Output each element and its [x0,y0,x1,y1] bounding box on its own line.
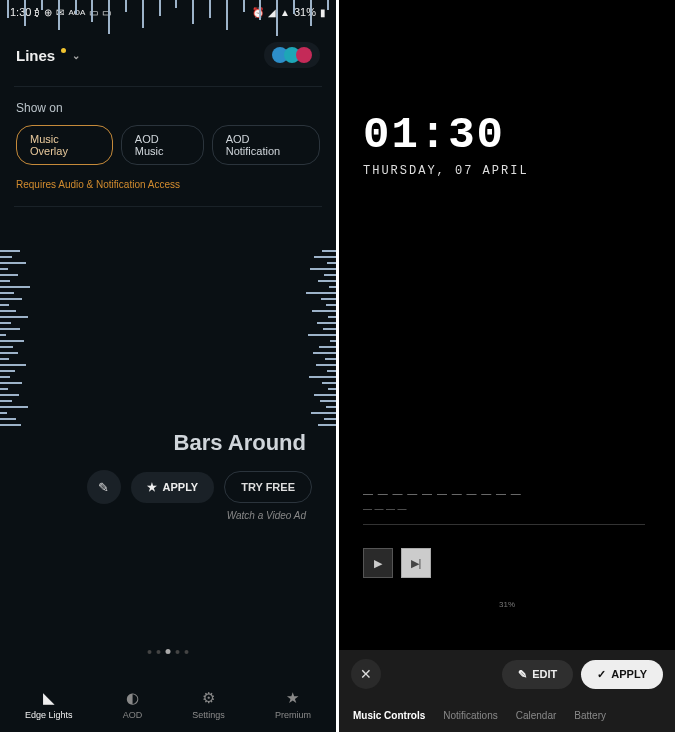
play-button[interactable]: ▶ [363,548,393,578]
chip-aod-notification[interactable]: AOD Notification [212,125,320,165]
status-icon: ✉ [56,7,64,18]
visualizer-left [0,250,30,426]
status-bar: 1:30 ₿ ⊕ ✉ AOA ▭ ▭ ⏰ ◢ ▲ 31% ▮ [0,0,336,24]
apply-label: APPLY [163,481,199,493]
star-icon: ★ [286,689,299,707]
pager-dots[interactable] [148,649,189,654]
aod-date: THURSDAY, 07 APRIL [339,160,675,178]
header: Lines ⌄ [0,24,336,86]
nav-edge-lights[interactable]: ◣ Edge Lights [25,689,73,720]
track-title-placeholder: — — — — — — — — — — — [363,488,522,499]
wifi-icon: ▲ [280,7,290,18]
status-icon: ▭ [102,7,111,18]
close-button[interactable]: ✕ [351,659,381,689]
effect-actions: ✎ ★ APPLY TRY FREE [87,470,312,504]
tab-music-controls[interactable]: Music Controls [353,710,425,721]
star-icon: ★ [147,481,157,494]
new-dot-icon [61,48,66,53]
nav-label: Premium [275,710,311,720]
chevron-down-icon: ⌄ [72,50,80,61]
edge-lights-icon: ◣ [43,689,55,707]
chip-music-overlay[interactable]: Music Overlay [16,125,113,165]
apply-button[interactable]: ★ APPLY [131,472,215,503]
signal-icon: ◢ [268,7,276,18]
status-time: 1:30 [10,6,31,18]
battery-text: 31% [294,6,316,18]
tab-battery[interactable]: Battery [574,710,606,721]
chip-aod-music[interactable]: AOD Music [121,125,204,165]
tab-notifications[interactable]: Notifications [443,710,497,721]
next-button[interactable]: ▶| [401,548,431,578]
status-icon: AOA [68,8,85,17]
dropdown-label: Lines [16,47,55,64]
seek-bar[interactable] [363,524,645,525]
effect-dropdown[interactable]: Lines ⌄ [16,47,80,64]
tab-calendar[interactable]: Calendar [516,710,557,721]
nav-label: AOD [123,710,143,720]
show-on-chips: Music Overlay AOD Music AOD Notification [0,125,336,175]
aod-clock: 01:30 [339,0,675,160]
apply-label: APPLY [611,668,647,680]
permission-warning[interactable]: Requires Audio & Notification Access [0,175,336,206]
gear-icon: ⚙ [202,689,215,707]
pencil-icon: ✎ [98,480,109,495]
check-icon: ✓ [597,668,606,681]
next-icon: ▶| [411,557,422,570]
pencil-icon: ✎ [518,668,527,681]
status-icon: ⊕ [44,7,52,18]
nav-premium[interactable]: ★ Premium [275,689,311,720]
edit-button[interactable]: ✎ [87,470,121,504]
editor-actions: ✕ ✎ EDIT ✓ APPLY [339,650,675,698]
nav-settings[interactable]: ⚙ Settings [192,689,225,720]
nav-aod[interactable]: ◐ AOD [123,689,143,720]
ad-note: Watch a Video Ad [227,510,306,521]
edit-label: EDIT [532,668,557,680]
section-label: Show on [0,87,336,125]
visualizer-right [306,250,336,426]
nav-label: Settings [192,710,225,720]
aod-icon: ◐ [126,689,139,707]
right-screenshot: 01:30 THURSDAY, 07 APRIL — — — — — — — —… [339,0,675,732]
close-icon: ✕ [360,666,372,682]
status-icon: ▭ [89,7,98,18]
apply-button[interactable]: ✓ APPLY [581,660,663,689]
try-free-button[interactable]: TRY FREE [224,471,312,503]
battery-icon: ▮ [320,7,326,18]
alarm-icon: ⏰ [252,7,264,18]
play-icon: ▶ [374,557,382,570]
color-picker-button[interactable] [264,42,320,68]
track-artist-placeholder: — — — — [363,504,407,514]
status-icon: ₿ [35,7,40,18]
effect-name: Bars Around [174,430,306,456]
bottom-tabs[interactable]: Music Controls Notifications Calendar Ba… [339,698,675,732]
edit-button[interactable]: ✎ EDIT [502,660,573,689]
divider [14,206,322,207]
try-free-label: TRY FREE [241,481,295,493]
left-screenshot: 1:30 ₿ ⊕ ✉ AOA ▭ ▭ ⏰ ◢ ▲ 31% ▮ Lines ⌄ S [0,0,336,732]
color-swatch [296,47,312,63]
nav-label: Edge Lights [25,710,73,720]
media-controls: ▶ ▶| [363,548,431,578]
bottom-nav: ◣ Edge Lights ◐ AOD ⚙ Settings ★ Premium [0,676,336,732]
aod-battery: 31% [499,600,515,609]
